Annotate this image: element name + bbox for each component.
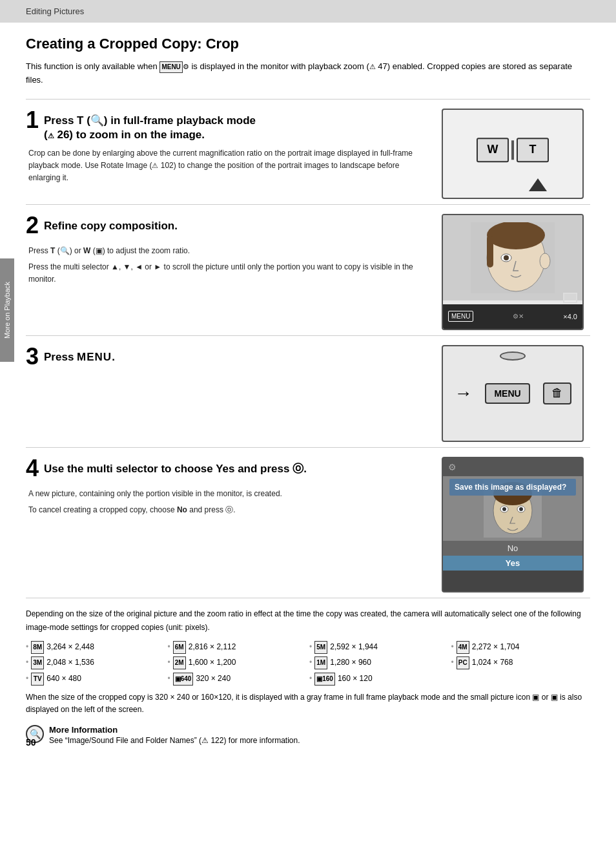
spec-1m: • 1M 1,280 × 960 [309, 656, 449, 670]
spec-icon-3m: 3M [31, 656, 44, 669]
step-2-number: 2 [26, 214, 39, 237]
step-1-left: 1 Press T (🔍) in full-frame playback mod… [26, 109, 431, 189]
spec-icon-6m: 6M [173, 641, 186, 654]
spec-160: • ▣160 160 × 120 [309, 672, 449, 686]
svg-point-5 [504, 255, 509, 260]
step-3-left: 3 Press MENU. [26, 345, 431, 376]
header-label: Editing Pictures [26, 6, 84, 16]
btn-separator [511, 140, 514, 160]
step-4-left: 4 Use the multi selector to choose Yes a… [26, 457, 431, 520]
zoom-buttons: W T [477, 138, 549, 162]
spec-val-640: 320 × 240 [196, 672, 231, 686]
step-2-diagram: MENU ⚙✕ ×4.0 [442, 214, 590, 330]
spec-icon-2m: 2M [173, 656, 186, 669]
spec-4m: • 4M 2,272 × 1,704 [451, 640, 591, 655]
spec-val-3m: 2,048 × 1,536 [46, 656, 94, 670]
step-4-title: Use the multi selector to choose Yes and… [44, 462, 307, 476]
more-info-section: 🔍 More Information See “Image/Sound File… [26, 725, 590, 745]
spec-icon-5m: 5M [314, 641, 327, 654]
step-1-title: Press T (🔍) in full-frame playback mode(… [44, 114, 256, 142]
step-3-header: 3 Press MENU. [26, 345, 431, 371]
diag4-yes: Yes [443, 556, 582, 571]
step-3-diagram: → MENU 🗑 [442, 345, 590, 442]
main-content: Creating a Cropped Copy: Crop This funct… [0, 23, 616, 758]
camera-body: → MENU 🗑 [454, 383, 571, 404]
step-1-header: 1 Press T (🔍) in full-frame playback mod… [26, 109, 431, 142]
bottom-bar-2: MENU ⚙✕ ×4.0 [443, 304, 582, 329]
specs-grid: • 8M 3,264 × 2,448 • 6M 2,816 × 2,112 • … [26, 640, 590, 686]
diag4-photo: Save this image as displayed? [443, 476, 582, 541]
step-2-header: 2 Refine copy composition. [26, 214, 431, 240]
step-1-section: 1 Press T (🔍) in full-frame playback mod… [26, 99, 590, 199]
diag4-no: No [443, 541, 582, 556]
step-2-section: 2 Refine copy composition. Press T (🔍) o… [26, 204, 590, 330]
step-1-number: 1 [26, 109, 39, 132]
page-number: 50 [26, 737, 36, 748]
t-button: T [517, 138, 549, 162]
spec-icon-pc: PC [457, 656, 469, 669]
step-3-title: Press MENU. [44, 350, 115, 364]
step-2-title: Refine copy composition. [44, 219, 178, 233]
spec-icon-1m: 1M [314, 656, 327, 669]
spec-icon-160: ▣160 [314, 673, 335, 686]
diag4-overlay: Save this image as displayed? [449, 479, 576, 496]
diag4-header: ⚙ [443, 458, 582, 476]
intro-text: This function is only available when MEN… [26, 60, 590, 87]
face-area [443, 215, 582, 300]
trash-icon: 🗑 [551, 386, 563, 400]
menu-icon-small: MENU [448, 311, 473, 322]
step-3-number: 3 [26, 345, 39, 368]
header-bar: Editing Pictures [0, 0, 616, 23]
w-button: W [477, 138, 509, 162]
zoom-indicator: ×4.0 [563, 313, 577, 320]
svg-point-6 [540, 253, 550, 269]
more-info-content: More Information See “Image/Sound File a… [49, 725, 300, 745]
spec-icon-640: ▣640 [173, 673, 194, 686]
more-info-text: See “Image/Sound File and Folder Names” … [49, 736, 300, 745]
crop-box [563, 293, 577, 303]
camera-arrow-icon: → [454, 383, 472, 404]
diagram-3-box: → MENU 🗑 [442, 345, 584, 442]
spec-val-pc: 1,024 × 768 [472, 656, 513, 670]
step-4-body: A new picture, containing only the porti… [26, 488, 431, 516]
menu-icon: MENU [159, 61, 182, 73]
trash-btn: 🗑 [543, 383, 571, 404]
spec-val-4m: 2,272 × 1,704 [472, 640, 520, 655]
page-title: Creating a Cropped Copy: Crop [26, 36, 590, 52]
svg-rect-3 [487, 235, 493, 267]
menu-btn: MENU [485, 383, 529, 404]
diagram-4-box: ⚙ [442, 457, 584, 592]
spec-8m: • 8M 3,264 × 2,448 [26, 640, 165, 655]
svg-point-2 [487, 222, 545, 249]
specs-intro: Depending on the size of the original pi… [26, 607, 590, 635]
step-4-diagram: ⚙ [442, 457, 590, 592]
spec-val-1m: 1,280 × 960 [330, 656, 371, 670]
arrow-up-icon [529, 178, 547, 191]
spec-val-160: 160 × 120 [338, 672, 373, 686]
page: Editing Pictures More on Playback Creati… [0, 0, 616, 849]
step-1-diagram: W T [442, 109, 590, 199]
spec-icon-tv: TV [31, 673, 44, 686]
step-4-section: 4 Use the multi selector to choose Yes a… [26, 447, 590, 592]
camera-top [500, 351, 526, 361]
spec-val-2m: 1,600 × 1,200 [189, 656, 236, 670]
spec-2m: • 2M 1,600 × 1,200 [168, 656, 307, 670]
diag4-icon: ⚙ [448, 462, 457, 472]
spec-5m: • 5M 2,592 × 1,944 [309, 640, 449, 655]
spec-val-6m: 2,816 × 2,112 [189, 640, 236, 655]
diag4-body: Save this image as displayed? No Yes [443, 476, 582, 571]
diagram-2-box: MENU ⚙✕ ×4.0 [442, 214, 584, 330]
save-text: Save this image as displayed? [455, 483, 566, 492]
spec-icon-8m: 8M [31, 641, 44, 654]
spec-val-tv: 640 × 480 [46, 672, 81, 686]
spec-val-5m: 2,592 × 1,944 [330, 640, 378, 655]
step-2-body: Press T (🔍) or W (▣) to adjust the zoom … [26, 245, 431, 286]
step-1-body: Crop can be done by enlarging above the … [26, 147, 431, 185]
spec-icon-4m: 4M [457, 641, 469, 654]
spec-val-8m: 3,264 × 2,448 [46, 640, 94, 655]
more-info-title: More Information [49, 725, 300, 735]
face-svg [471, 222, 555, 293]
step-2-left: 2 Refine copy composition. Press T (🔍) o… [26, 214, 431, 290]
diagram-1-box: W T [442, 109, 584, 199]
specs-section: Depending on the size of the original pi… [26, 598, 590, 716]
